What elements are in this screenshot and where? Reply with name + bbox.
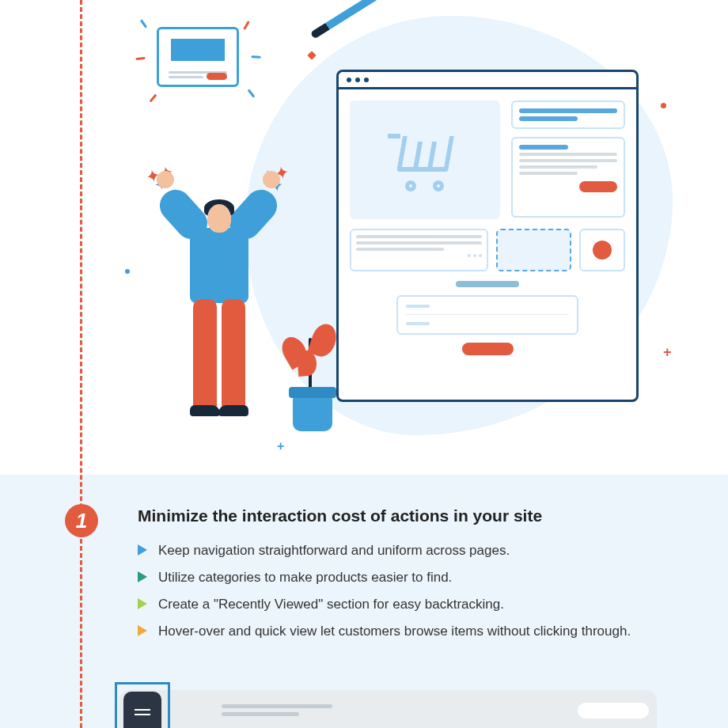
- diamond-decoration: [307, 51, 316, 59]
- shopping-cart-icon: [385, 124, 464, 195]
- bottom-text-lines: [222, 704, 332, 720]
- plus-decoration: +: [663, 344, 672, 361]
- tip-title: Minimize the interaction cost of actions…: [138, 506, 681, 525]
- dot-decoration: [125, 269, 130, 274]
- tip-bullet: Hover-over and quick view let customers …: [138, 620, 681, 643]
- tip-number-badge: 1: [65, 504, 98, 537]
- tip-bullet: Create a "Recently Viewed" section for e…: [138, 593, 681, 616]
- mini-browser-card: [157, 27, 239, 87]
- browser-mockup: [336, 70, 639, 402]
- hero-illustration: ✦✦ ✦ ✦✦ ✦ + +: [0, 0, 728, 475]
- vertical-dashed-line: [80, 0, 82, 728]
- triangle-bullet-icon: [138, 598, 147, 609]
- tip-bullet: Utilize categories to make products easi…: [138, 567, 681, 589]
- tip-bullet: Keep navigation straightforward and unif…: [138, 540, 681, 562]
- bottom-pill: [578, 703, 649, 719]
- tip-bullet-list: Keep navigation straightforward and unif…: [138, 540, 681, 643]
- tip-bullet-text: Utilize categories to make products easi…: [158, 567, 452, 589]
- tip-bullet-text: Create a "Recently Viewed" section for e…: [158, 593, 504, 616]
- person-illustration: ✦✦ ✦ ✦✦ ✦: [160, 182, 279, 427]
- tip-bullet-text: Hover-over and quick view let customers …: [158, 620, 631, 643]
- bottom-bar-preview: [119, 690, 657, 728]
- plus-decoration: +: [277, 439, 284, 453]
- triangle-bullet-icon: [138, 625, 147, 636]
- tip-bullet-text: Keep navigation straightforward and unif…: [158, 540, 510, 562]
- triangle-bullet-icon: [138, 544, 147, 555]
- triangle-bullet-icon: [138, 571, 147, 582]
- cart-panel: [350, 100, 500, 219]
- bottom-menu-icon: [123, 692, 161, 728]
- dot-decoration: [661, 103, 666, 108]
